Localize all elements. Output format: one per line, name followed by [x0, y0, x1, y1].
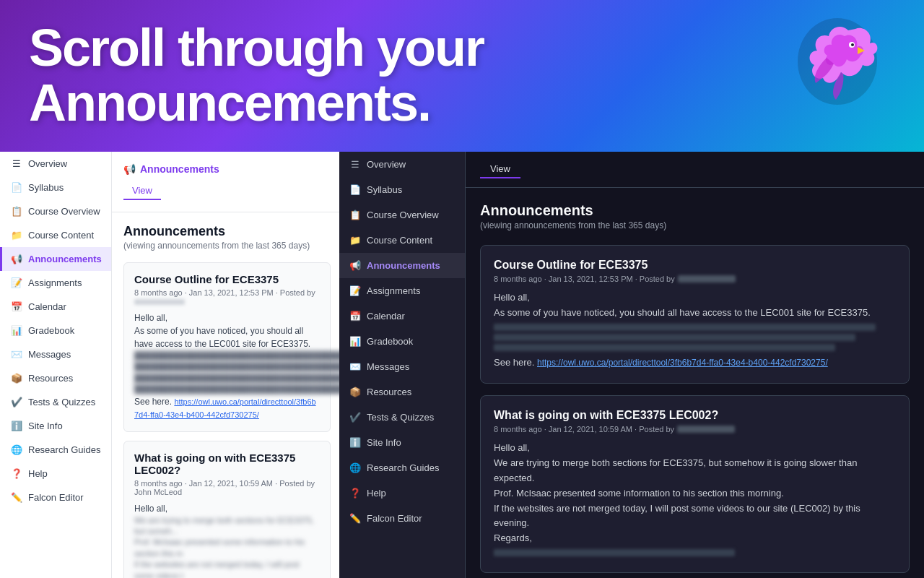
blurred-2-1: We are trying to merge both sections for…: [134, 515, 320, 538]
dark-body-line4-1: If the websites are not merged today, I …: [494, 501, 896, 532]
sidebar2-label-syllabus: Syllabus: [367, 184, 402, 195]
gradebook-icon2: 📊: [349, 336, 361, 347]
sidebar2-label-overview: Overview: [367, 159, 406, 170]
calendar-icon: 📅: [11, 301, 22, 312]
sidebar2-label-announcements: Announcements: [367, 260, 440, 271]
announcement-card-light-0: Course Outline for ECE3375 8 months ago …: [123, 262, 331, 432]
panel-right-content: Announcements (viewing announcements fro…: [466, 188, 924, 578]
sidebar2-item-messages[interactable]: ✉️Messages: [339, 354, 465, 379]
dark-link-0[interactable]: https://owl.uwo.ca/portal/directtool/3fb…: [537, 358, 828, 368]
svg-point-2: [851, 43, 854, 46]
sidebar-item-resources[interactable]: 📦Resources: [0, 366, 111, 390]
sidebar2-item-course-overview[interactable]: 📋Course Overview: [339, 202, 465, 228]
sidebar-item-help[interactable]: ❓Help: [0, 462, 111, 486]
sidebar2-label-site-info: Site Info: [367, 437, 401, 448]
panel-right-header: View: [466, 152, 924, 188]
dark-see-here-0: See here. https://owl.uwo.ca/portal/dire…: [494, 355, 896, 371]
sidebar2-item-resources[interactable]: 📦Resources: [339, 379, 465, 405]
sidebar2-item-help[interactable]: ❓Help: [339, 480, 465, 506]
sidebar2-label-course-content: Course Content: [367, 235, 432, 246]
announcement-link-0[interactable]: https://owl.uwo.ca/portal/directtool/3fb…: [134, 397, 316, 419]
card-meta-light-0: 8 months ago · Jan 13, 2021, 12:53 PM · …: [134, 288, 320, 306]
announcements-heading-dark: Announcements: [480, 202, 910, 219]
sidebar-item-falcon-editor[interactable]: ✏️Falcon Editor: [0, 486, 111, 509]
announcement-card-dark-0: Course Outline for ECE3375 8 months ago …: [480, 245, 910, 384]
sidebar-label-course-overview: Course Overview: [28, 206, 100, 217]
blurred-line-5: ████████████████████████████████████████…: [134, 384, 320, 394]
sidebar2-label-research-guides: Research Guides: [367, 462, 439, 473]
sidebar2-label-resources: Resources: [367, 387, 411, 397]
sidebar-item-site-info[interactable]: ℹ️Site Info: [0, 414, 111, 438]
sidebar-label-gradebook: Gradebook: [28, 325, 74, 336]
announcements-subtitle-dark: (viewing announcements from the last 365…: [480, 220, 910, 230]
messages-icon: ✉️: [11, 349, 22, 360]
dark-body-line2-1: We are trying to merge both sections for…: [494, 456, 896, 486]
view-tab-dark[interactable]: View: [480, 160, 520, 178]
sidebar2-item-calendar[interactable]: 📅Calendar: [339, 303, 465, 329]
research-guides-icon: 🌐: [11, 444, 22, 455]
sidebar-item-tests-quizzes[interactable]: ✔️Tests & Quizzes: [0, 390, 111, 414]
sidebar-label-overview: Overview: [28, 158, 67, 169]
sidebar2-label-help: Help: [367, 488, 386, 499]
announcement-card-dark-1: What is going on with ECE3375 LEC002? 8 …: [480, 395, 910, 573]
sidebar2-label-falcon-editor: Falcon Editor: [367, 513, 422, 524]
body-line-1: As some of you have noticed, you should …: [134, 324, 320, 350]
view-tab-light[interactable]: View: [123, 182, 161, 200]
sidebar2-item-falcon-editor[interactable]: ✏️Falcon Editor: [339, 506, 465, 531]
sidebar2-item-site-info[interactable]: ℹ️Site Info: [339, 430, 465, 455]
megaphone-icon: 📢: [123, 163, 136, 175]
hero-text-line1: Scroll through your: [29, 21, 484, 76]
sidebar-label-messages: Messages: [28, 349, 71, 360]
panel-middle-dark: ☰Overview📄Syllabus📋Course Overview📁Cours…: [339, 152, 466, 578]
overview-icon2: ☰: [349, 159, 361, 170]
card-title-light-0: Course Outline for ECE3375: [134, 273, 320, 285]
sidebar2-item-course-content[interactable]: 📁Course Content: [339, 228, 465, 253]
announcements-title-light: 📢 Announcements: [123, 163, 331, 175]
sidebar-label-syllabus: Syllabus: [28, 182, 64, 193]
sidebar-item-assignments[interactable]: 📝Assignments: [0, 271, 111, 295]
help-icon2: ❓: [349, 488, 361, 499]
gradebook-icon: 📊: [11, 325, 22, 336]
panel-middle-light: 📢 Announcements View Announcements (view…: [112, 152, 343, 578]
dark-blurred-0-2: [494, 334, 855, 341]
resources-icon: 📦: [11, 373, 22, 384]
sidebar2-label-gradebook: Gradebook: [367, 336, 413, 347]
sidebar-item-overview[interactable]: ☰Overview: [0, 152, 111, 176]
panel-middle-content: Announcements (viewing announcements fro…: [112, 212, 342, 578]
sidebar-item-gradebook[interactable]: 📊Gradebook: [0, 319, 111, 342]
sidebar-item-research-guides[interactable]: 🌐Research Guides: [0, 438, 111, 462]
dark-body-line2-0: As some of you have noticed, you should …: [494, 306, 896, 321]
card-body-light-1: Hello all, We are trying to merge both s…: [134, 502, 320, 578]
announcements-icon: 📢: [11, 254, 22, 264]
sidebar2-item-assignments[interactable]: 📝Assignments: [339, 278, 465, 303]
sidebar-item-syllabus[interactable]: 📄Syllabus: [0, 176, 111, 199]
sidebar2-label-messages: Messages: [367, 361, 409, 372]
syllabus-icon: 📄: [11, 182, 22, 193]
sidebar2-item-overview[interactable]: ☰Overview: [339, 152, 465, 177]
sidebar2-item-tests-quizzes[interactable]: ✔️Tests & Quizzes: [339, 405, 465, 430]
tests-quizzes-icon: ✔️: [11, 397, 22, 407]
sidebar-item-announcements[interactable]: 📢Announcements: [0, 247, 111, 271]
body-hello: Hello all,: [134, 311, 320, 324]
sidebar2-item-research-guides[interactable]: 🌐Research Guides: [339, 455, 465, 480]
sidebar-label-announcements: Announcements: [28, 254, 102, 264]
overview-icon: ☰: [11, 158, 22, 169]
dark-blurred-0-3: [494, 344, 835, 351]
blurred-line-2: ████████████████████████████████████████…: [134, 350, 320, 361]
sidebar2-item-syllabus[interactable]: 📄Syllabus: [339, 177, 465, 202]
sidebar-item-messages[interactable]: ✉️Messages: [0, 342, 111, 366]
dark-blurred-0-1: [494, 324, 876, 331]
course-overview-icon2: 📋: [349, 210, 361, 220]
sidebar-item-course-overview[interactable]: 📋Course Overview: [0, 199, 111, 223]
announcements-icon2: 📢: [349, 260, 361, 271]
card-meta-light-1: 8 months ago · Jan 12, 2021, 10:59 AM · …: [134, 479, 320, 496]
sidebar2-label-course-overview: Course Overview: [367, 210, 439, 220]
sidebar2-label-tests-quizzes: Tests & Quizzes: [367, 412, 434, 423]
sidebar-label-site-info: Site Info: [28, 420, 63, 431]
body-hello-2: Hello all,: [134, 502, 320, 515]
blurred-line-3: ████████████████████████████████████████…: [134, 361, 320, 372]
sidebar-item-course-content[interactable]: 📁Course Content: [0, 223, 111, 247]
sidebar2-item-announcements[interactable]: 📢Announcements: [339, 253, 465, 278]
sidebar-item-calendar[interactable]: 📅Calendar: [0, 295, 111, 319]
sidebar2-item-gradebook[interactable]: 📊Gradebook: [339, 329, 465, 354]
